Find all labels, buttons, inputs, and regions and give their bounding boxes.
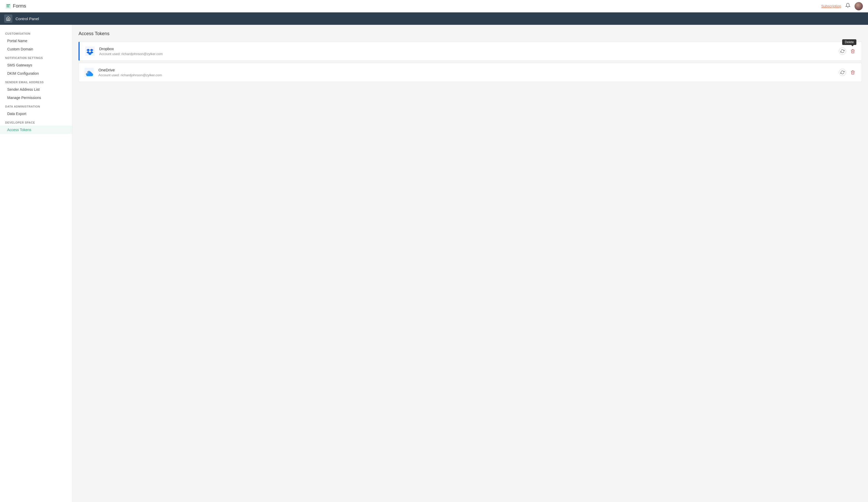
refresh-dropbox-button[interactable] — [839, 48, 846, 55]
sidebar-section-developer: DEVELOPER SPACE — [0, 118, 72, 126]
app-branding: Forms — [5, 3, 26, 9]
sidebar-section-data-admin: DATA ADMINISTRATION — [0, 102, 72, 110]
sidebar-section-customisation: CUSTOMISATION — [0, 29, 72, 37]
sidebar-item-manage-permissions[interactable]: Manage Permissions — [0, 93, 72, 102]
onedrive-icon — [84, 67, 94, 78]
sidebar-item-access-tokens[interactable]: Access Tokens — [0, 126, 72, 134]
dropbox-icon — [85, 46, 95, 56]
sidebar-item-data-export[interactable]: Data Export — [0, 110, 72, 118]
app-logo: Forms — [5, 3, 26, 9]
sidebar-section-notification: NOTIFICATION SETTINGS — [0, 53, 72, 61]
dropbox-actions: Delete — [839, 48, 856, 55]
delete-tooltip: Delete — [842, 39, 856, 45]
dropbox-name: Dropbox — [99, 47, 839, 51]
sidebar-item-portal-name[interactable]: Portal Name — [0, 37, 72, 45]
onedrive-info: OneDrive Account used: richardjohnson@zy… — [99, 68, 839, 77]
top-bar: Forms Subscription — [0, 0, 868, 12]
onedrive-account: Account used: richardjohnson@zylker.com — [99, 73, 839, 77]
nav-bar: Control Panel — [0, 12, 868, 25]
svg-rect-3 — [7, 7, 10, 7]
main-content: Access Tokens Dropbox — [72, 25, 868, 502]
svg-rect-1 — [7, 4, 10, 5]
onedrive-actions — [839, 69, 856, 76]
bell-icon[interactable] — [845, 3, 850, 9]
refresh-onedrive-button[interactable] — [839, 69, 846, 76]
avatar[interactable] — [855, 2, 863, 10]
sidebar-item-sms-gateways[interactable]: SMS Gateways — [0, 61, 72, 69]
delete-onedrive-button[interactable] — [849, 69, 856, 76]
sidebar-item-sender-address[interactable]: Sender Address List — [0, 85, 72, 93]
sidebar: CUSTOMISATION Portal Name Custom Domain … — [0, 25, 72, 502]
layout: CUSTOMISATION Portal Name Custom Domain … — [0, 25, 868, 502]
svg-rect-2 — [7, 6, 9, 6]
home-button[interactable] — [4, 14, 12, 23]
sidebar-section-sender-email: SENDER EMAIL ADDRESS — [0, 78, 72, 85]
page-title: Access Tokens — [79, 31, 862, 37]
delete-dropbox-button[interactable] — [849, 48, 856, 55]
sidebar-item-dkim[interactable]: DKIM Configuration — [0, 69, 72, 78]
dropbox-info: Dropbox Account used: richardjohnson@zyl… — [99, 47, 839, 56]
forms-logo-icon — [5, 3, 11, 9]
sidebar-item-custom-domain[interactable]: Custom Domain — [0, 45, 72, 53]
token-card-dropbox: Dropbox Account used: richardjohnson@zyl… — [79, 42, 862, 61]
app-name: Forms — [13, 3, 26, 9]
nav-title: Control Panel — [16, 17, 39, 21]
subscription-link[interactable]: Subscription — [821, 4, 841, 8]
dropbox-account: Account used: richardjohnson@zylker.com — [99, 52, 839, 56]
onedrive-name: OneDrive — [99, 68, 839, 72]
top-bar-right: Subscription — [821, 2, 863, 10]
token-card-onedrive: OneDrive Account used: richardjohnson@zy… — [79, 63, 862, 82]
